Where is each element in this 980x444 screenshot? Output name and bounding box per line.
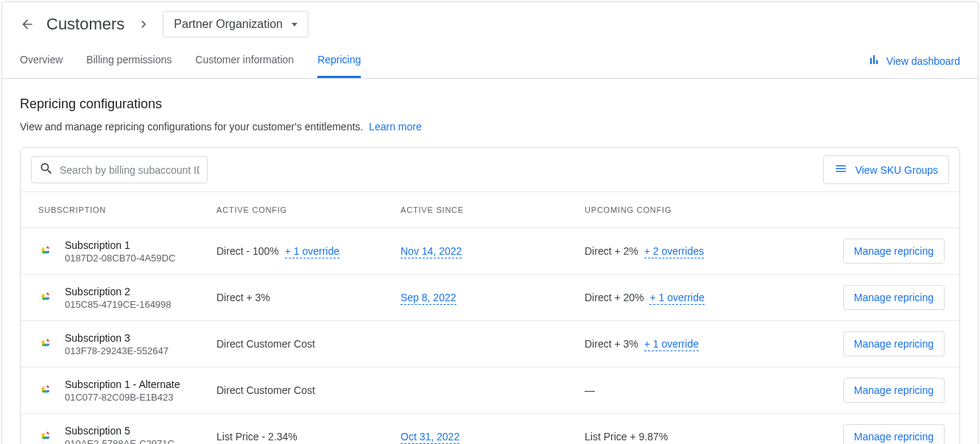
upcoming-config-cell: Direct + 3% + 1 override: [573, 321, 827, 367]
active-config-value: Direct Customer Cost: [216, 338, 315, 350]
table-row: Subscription 1 - Alternate01C077-82C09B-…: [21, 367, 959, 414]
manage-repricing-button[interactable]: Manage repricing: [843, 285, 945, 310]
cloud-icon: [38, 243, 53, 260]
tab-billing-permissions[interactable]: Billing permissions: [86, 43, 172, 78]
config-card: View SKU Groups SUBSCRIPTION ACTIVE CONF…: [20, 147, 960, 444]
subscription-id: 013F78-29243E-552647: [65, 345, 169, 356]
active-since-cell: [389, 321, 573, 367]
back-arrow-icon[interactable]: [20, 17, 35, 32]
view-dashboard-label: View dashboard: [886, 55, 960, 67]
active-config-cell: Direct Customer Cost: [205, 321, 389, 367]
section-description-text: View and manage repricing configurations…: [20, 121, 363, 133]
cloud-icon: [38, 382, 53, 399]
active-config-value: Direct + 3%: [216, 292, 270, 303]
chevron-right-icon: [136, 17, 151, 32]
section-title: Repricing configurations: [20, 96, 960, 112]
upcoming-config-value: Direct + 20%: [585, 292, 644, 303]
search-field-wrap[interactable]: [31, 156, 208, 183]
active-config-cell: Direct Customer Cost: [205, 367, 389, 414]
upcoming-override-link[interactable]: + 1 override: [644, 338, 699, 351]
subscription-name: Subscription 1 - Alternate: [65, 378, 180, 390]
manage-repricing-button[interactable]: Manage repricing: [843, 239, 945, 264]
subscription-id: 015C85-4719CE-164998: [65, 299, 172, 310]
upcoming-override-link[interactable]: + 1 override: [649, 292, 704, 305]
active-config-cell: Direct - 100% + 1 override: [205, 228, 389, 275]
subscription-id: 01C077-82C09B-E1B423: [65, 392, 180, 403]
view-dashboard-button[interactable]: View dashboard: [867, 47, 960, 74]
upcoming-config-value: List Price + 9.87%: [585, 431, 668, 443]
active-config-value: Direct - 100%: [216, 245, 279, 257]
cloud-icon: [38, 429, 53, 445]
organization-dropdown[interactable]: Partner Organization: [163, 11, 309, 38]
organization-label: Partner Organization: [174, 18, 283, 31]
subscription-name: Subscription 3: [65, 332, 169, 344]
upcoming-config-cell: Direct + 2% + 2 overrides: [573, 228, 827, 275]
breadcrumb-root[interactable]: Customers: [46, 15, 124, 34]
active-config-value: Direct Customer Cost: [216, 384, 315, 396]
active-since-cell: Oct 31, 2022: [389, 414, 573, 445]
tab-repricing[interactable]: Repricing: [317, 43, 361, 78]
upcoming-config-value: Direct + 3%: [585, 338, 638, 350]
active-config-cell: Direct + 3%: [205, 275, 389, 321]
tab-overview[interactable]: Overview: [20, 43, 63, 78]
breadcrumb-row: Customers Partner Organization: [2, 2, 978, 38]
active-since-date[interactable]: Sep 8, 2022: [401, 292, 456, 305]
tab-customer-information[interactable]: Customer information: [195, 43, 294, 78]
table-row: Subscription 2015C85-4719CE-164998Direct…: [21, 275, 959, 321]
manage-repricing-button[interactable]: Manage repricing: [843, 331, 945, 356]
active-since-cell: Sep 8, 2022: [389, 275, 573, 321]
upcoming-config-value: —: [585, 384, 595, 396]
subscription-id: 0187D2-08CB70-4A59DC: [65, 253, 175, 264]
col-active-since: ACTIVE SINCE: [389, 192, 573, 228]
upcoming-config-cell: Direct + 20% + 1 override: [573, 275, 827, 321]
upcoming-override-link[interactable]: + 2 overrides: [644, 245, 704, 258]
search-icon: [39, 161, 54, 178]
list-icon: [834, 162, 847, 177]
cloud-icon: [38, 336, 53, 353]
subscription-name: Subscription 2: [65, 286, 172, 297]
upcoming-config-cell: —: [573, 367, 827, 414]
table-row: Subscription 5010AE2-5788AE-C2971CList P…: [21, 414, 959, 445]
tabs-row: OverviewBilling permissionsCustomer info…: [2, 43, 978, 79]
subscription-id: 010AE2-5788AE-C2971C: [65, 438, 175, 445]
toolbar: View SKU Groups: [21, 148, 959, 191]
view-sku-groups-label: View SKU Groups: [855, 164, 938, 176]
upcoming-config-cell: List Price + 9.87%: [573, 414, 827, 445]
active-since-cell: [389, 367, 573, 414]
subscription-name: Subscription 5: [65, 425, 175, 437]
active-override-link[interactable]: + 1 override: [285, 245, 339, 258]
active-since-date[interactable]: Oct 31, 2022: [401, 431, 459, 444]
bar-chart-icon: [867, 53, 881, 68]
manage-repricing-button[interactable]: Manage repricing: [843, 424, 945, 444]
caret-down-icon: [292, 23, 297, 27]
table-row: Subscription 3013F78-29243E-552647Direct…: [21, 321, 959, 367]
section-description: View and manage repricing configurations…: [20, 121, 960, 133]
view-sku-groups-button[interactable]: View SKU Groups: [823, 155, 949, 184]
col-active-config: ACTIVE CONFIG: [205, 192, 389, 228]
search-input[interactable]: [60, 164, 200, 176]
subscription-name: Subscription 1: [65, 239, 175, 251]
col-upcoming-config: UPCOMING CONFIG: [573, 192, 827, 228]
active-config-value: List Price - 2.34%: [216, 431, 297, 443]
col-subscription: SUBSCRIPTION: [21, 192, 205, 228]
upcoming-config-value: Direct + 2%: [585, 245, 638, 257]
table-row: Subscription 10187D2-08CB70-4A59DCDirect…: [21, 228, 959, 275]
active-since-cell: Nov 14, 2022: [389, 228, 573, 275]
active-since-date[interactable]: Nov 14, 2022: [401, 245, 462, 258]
repricing-table: SUBSCRIPTION ACTIVE CONFIG ACTIVE SINCE …: [21, 191, 959, 444]
learn-more-link[interactable]: Learn more: [369, 121, 422, 133]
manage-repricing-button[interactable]: Manage repricing: [843, 378, 945, 403]
cloud-icon: [38, 289, 53, 306]
active-config-cell: List Price - 2.34%: [205, 414, 389, 445]
